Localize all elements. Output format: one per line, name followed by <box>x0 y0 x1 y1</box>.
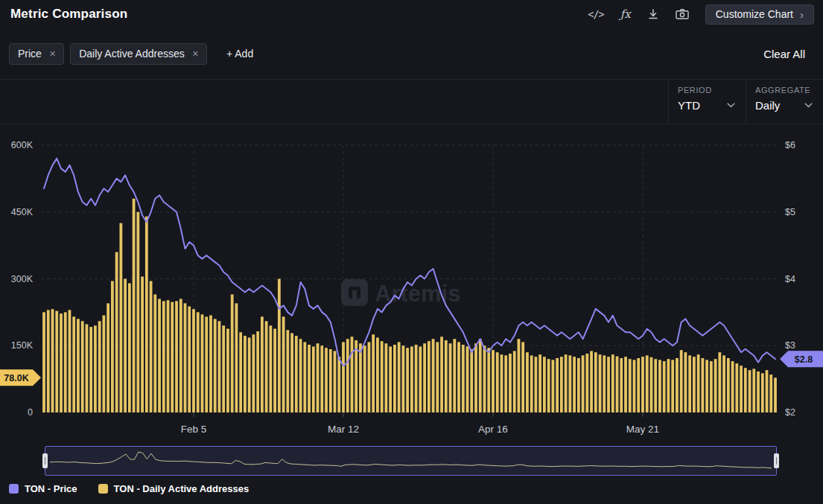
formula-icon[interactable]: ƒx <box>620 7 631 21</box>
svg-text:78.0K: 78.0K <box>4 373 28 383</box>
camera-icon[interactable] <box>676 8 689 20</box>
remove-icon[interactable]: ✕ <box>49 49 56 59</box>
chart-controls-row: PERIOD YTD AGGREGATE Daily <box>0 79 823 124</box>
embed-code-icon[interactable]: </> <box>588 8 603 20</box>
svg-text:150K: 150K <box>11 340 34 351</box>
range-handle-right[interactable] <box>774 453 779 468</box>
aggregate-dropdown[interactable]: AGGREGATE Daily <box>746 80 823 124</box>
chevron-down-icon <box>804 103 813 108</box>
metric-chip-label: Daily Active Addresses <box>79 48 185 60</box>
legend-label: TON - Daily Active Addresses <box>114 483 250 494</box>
range-handle-left[interactable] <box>42 453 48 468</box>
time-range-slider[interactable] <box>45 446 777 476</box>
period-label: PERIOD <box>678 86 735 95</box>
svg-text:300K: 300K <box>11 274 34 284</box>
svg-text:0: 0 <box>28 407 33 418</box>
clear-all-button[interactable]: Clear All <box>759 47 810 61</box>
legend-item-daily-active-addresses[interactable]: TON - Daily Active Addresses <box>98 483 250 494</box>
svg-text:$5: $5 <box>785 207 795 217</box>
main-chart[interactable]: 600K$6450K$5300K$4150K$30$2Feb 5Mar 12Ap… <box>0 124 823 440</box>
svg-text:$4: $4 <box>785 274 795 284</box>
metric-comparison-panel: Metric Comparison </> ƒx Customize Chart… <box>0 0 823 494</box>
legend: TON - Price TON - Daily Active Addresses <box>0 476 823 494</box>
daily-active-addresses-swatch-icon <box>98 484 108 494</box>
header-toolbar: </> ƒx Customize Chart › <box>588 4 814 25</box>
svg-text:Feb 5: Feb 5 <box>181 424 207 435</box>
metric-chip-price[interactable]: Price ✕ <box>9 43 64 65</box>
add-metric-button[interactable]: + Add <box>222 47 258 60</box>
svg-text:Mar 12: Mar 12 <box>328 424 359 435</box>
svg-text:$2.8: $2.8 <box>795 354 813 365</box>
period-dropdown[interactable]: PERIOD YTD <box>668 80 746 124</box>
period-value: YTD <box>678 99 700 112</box>
legend-label: TON - Price <box>25 483 77 494</box>
svg-text:$6: $6 <box>785 140 795 150</box>
svg-text:$3: $3 <box>785 340 795 351</box>
customize-chart-button[interactable]: Customize Chart › <box>705 4 814 25</box>
download-icon[interactable] <box>647 8 659 20</box>
price-swatch-icon <box>9 484 19 494</box>
aggregate-label: AGGREGATE <box>755 86 813 95</box>
metric-filter-bar: Price ✕ Daily Active Addresses ✕ + Add C… <box>0 28 823 79</box>
metric-chip-daily-active-addresses[interactable]: Daily Active Addresses ✕ <box>70 43 207 65</box>
page-title: Metric Comparison <box>10 7 127 22</box>
legend-item-price[interactable]: TON - Price <box>9 483 77 494</box>
chart-canvas[interactable]: 600K$6450K$5300K$4150K$30$2Feb 5Mar 12Ap… <box>0 124 823 440</box>
customize-chart-label: Customize Chart <box>716 8 793 20</box>
svg-text:May 21: May 21 <box>626 424 659 435</box>
header: Metric Comparison </> ƒx Customize Chart… <box>0 0 823 28</box>
chevron-down-icon <box>727 103 735 108</box>
svg-text:Apr 16: Apr 16 <box>478 424 508 435</box>
metric-chip-label: Price <box>18 48 42 60</box>
svg-text:450K: 450K <box>11 207 34 217</box>
svg-text:$2: $2 <box>785 407 795 418</box>
svg-text:600K: 600K <box>11 140 34 150</box>
chevron-right-icon: › <box>800 9 804 20</box>
aggregate-value: Daily <box>755 99 780 112</box>
svg-text:Artemis: Artemis <box>375 281 460 307</box>
minimap-canvas <box>45 447 776 475</box>
remove-icon[interactable]: ✕ <box>192 49 199 59</box>
